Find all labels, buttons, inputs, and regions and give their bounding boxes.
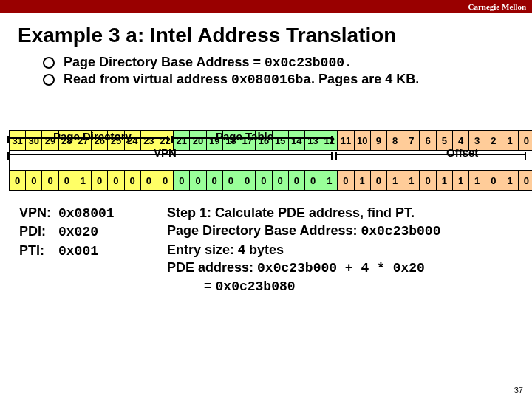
offset-span-line: [335, 154, 526, 155]
bit-value-cell: 1: [321, 171, 338, 191]
step-line-5a: =: [167, 279, 216, 293]
bit-value-cell: 0: [26, 171, 42, 191]
bullet-2-post: . Pages are 4 KB.: [311, 72, 419, 86]
bit-index-cell: 12: [321, 131, 338, 151]
step-line-2b: 0x0c23b000: [361, 224, 440, 239]
bit-value-cell: 0: [222, 171, 239, 191]
bit-index-cell: 0: [518, 131, 532, 151]
bit-value-cell: 0: [256, 171, 272, 191]
bit-index-cell: 8: [387, 131, 403, 151]
bits-value-row: 00001000000000000001010110111010: [10, 171, 533, 191]
bullet-marker-icon: [43, 74, 55, 86]
bullet-2: Read from virtual address 0x080016ba. Pa…: [43, 72, 532, 87]
header-org: Carnegie Mellon: [468, 2, 526, 11]
bit-value-cell: 1: [502, 171, 518, 191]
bit-index-cell: 30: [26, 131, 42, 151]
bit-value-cell: 0: [370, 171, 386, 191]
bit-index-cell: 11: [338, 131, 354, 151]
bit-value-cell: 1: [354, 171, 370, 191]
bit-value-cell: 0: [190, 171, 206, 191]
bit-index-cell: 6: [420, 131, 436, 151]
bit-value-cell: 0: [157, 171, 173, 191]
page-table-label: Page Table: [216, 130, 273, 143]
bit-index-cell: 10: [354, 131, 370, 151]
bit-value-cell: 0: [140, 171, 157, 191]
page-number: 37: [514, 386, 523, 395]
bullet-2-pre: Read from virtual address: [64, 72, 231, 86]
bullet-1-val: 0x0c23b000.: [265, 55, 352, 70]
step-line-3: Entry size: 4 bytes: [167, 241, 520, 259]
offset-label: Offset: [446, 146, 478, 159]
bullet-list: Page Directory Base Address = 0x0c23b000…: [43, 55, 532, 87]
bit-value-cell: 1: [452, 171, 468, 191]
step-line-5b: 0x0c23b080: [216, 279, 296, 294]
bit-value-cell: 1: [75, 171, 91, 191]
bit-value-cell: 0: [304, 171, 321, 191]
step-line-2a: Page Directory Base Address:: [167, 223, 361, 238]
vpn-label: VPN: [154, 146, 177, 159]
bit-value-cell: 0: [124, 171, 140, 191]
step-line-4a: PDE address:: [167, 260, 257, 275]
step-line-1: Step 1: Calculate PDE address, find PT.: [167, 204, 520, 222]
pdi-val: 0x020: [58, 225, 98, 239]
bit-index-cell: 2: [485, 131, 502, 151]
vpn-span-line: [7, 154, 332, 155]
bit-value-cell: 0: [92, 171, 108, 191]
bullet-1-pre: Page Directory Base Address =: [64, 55, 265, 69]
bit-value-cell: 0: [420, 171, 436, 191]
bit-index-cell: 7: [403, 131, 420, 151]
header-bar: Carnegie Mellon: [0, 0, 532, 13]
bit-value-cell: 0: [272, 171, 288, 191]
vpn-val: 0x08001: [58, 206, 115, 221]
bullet-1: Page Directory Base Address = 0x0c23b000…: [43, 55, 532, 70]
bit-index-cell: 9: [370, 131, 386, 151]
bit-value-cell: 0: [206, 171, 222, 191]
bit-value-cell: 0: [518, 171, 532, 191]
bullet-marker-icon: [43, 57, 55, 69]
bit-index-cell: 13: [304, 131, 321, 151]
bit-value-cell: 1: [436, 171, 452, 191]
bit-value-cell: 0: [108, 171, 124, 191]
page-title: Example 3 a: Intel Address Translation: [18, 24, 532, 47]
bit-value-cell: 1: [469, 171, 485, 191]
bit-index-cell: 15: [272, 131, 288, 151]
pt-span-line: [171, 137, 332, 139]
bit-value-cell: 0: [10, 171, 26, 191]
bit-index-cell: 14: [288, 131, 304, 151]
bit-value-cell: 0: [288, 171, 304, 191]
bullet-2-val: 0x080016ba: [231, 72, 311, 87]
bit-index-cell: 20: [190, 131, 206, 151]
bit-value-cell: 0: [42, 171, 58, 191]
pd-span-line: [7, 137, 168, 139]
pti-val: 0x001: [58, 244, 98, 259]
bit-value-cell: 0: [58, 171, 75, 191]
bit-index-cell: 1: [502, 131, 518, 151]
bit-value-cell: 0: [485, 171, 502, 191]
bit-value-cell: 1: [403, 171, 420, 191]
bit-value-cell: 0: [239, 171, 256, 191]
vpn-lab: VPN:: [19, 204, 55, 222]
page-dir-label: Page Directory: [53, 130, 132, 143]
step-text: Step 1: Calculate PDE address, find PT. …: [167, 204, 520, 296]
bit-value-cell: 0: [174, 171, 190, 191]
decoded-values: VPN: 0x08001 PDI: 0x020 PTI: 0x001: [19, 204, 167, 296]
step-line-4b: 0x0c23b000 + 4 * 0x20: [257, 261, 425, 276]
bit-value-cell: 1: [387, 171, 403, 191]
bit-value-cell: 0: [338, 171, 354, 191]
pdi-lab: PDI:: [19, 222, 55, 240]
address-diagram: Page Directory Page Table VPN Offset 313…: [6, 130, 526, 191]
pti-lab: PTI:: [19, 242, 55, 259]
bit-index-cell: 31: [10, 131, 26, 151]
